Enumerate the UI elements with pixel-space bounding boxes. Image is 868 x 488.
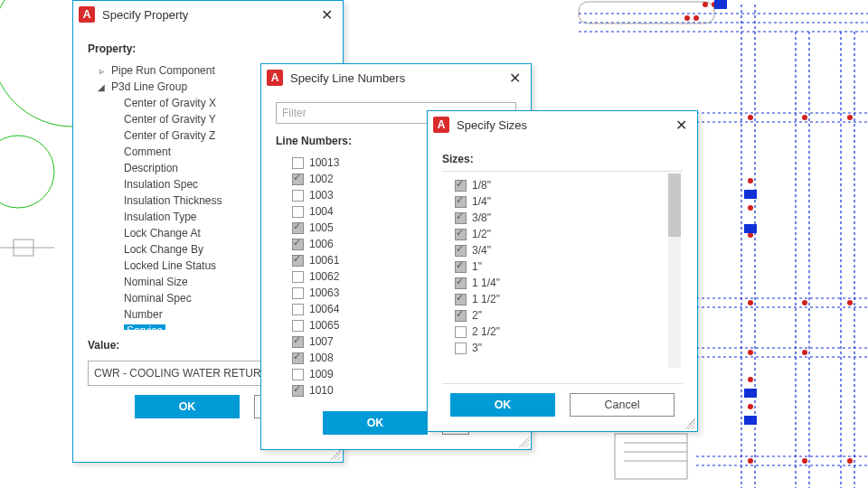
svg-point-45 (748, 404, 753, 409)
ok-button[interactable]: OK (135, 395, 240, 418)
checkbox[interactable] (455, 310, 467, 322)
list-item[interactable]: 1/2" (451, 226, 683, 242)
tree-item-label: Lock Change At (124, 227, 201, 239)
checkbox[interactable] (455, 261, 467, 273)
list-item-label: 1004 (309, 205, 334, 218)
list-item-label: 1/8" (472, 179, 491, 192)
checkbox[interactable] (292, 255, 304, 267)
list-item-label: 2" (472, 309, 482, 322)
list-item[interactable]: 1/8" (451, 177, 683, 193)
ok-button[interactable]: OK (450, 393, 555, 417)
list-item-label: 1003 (309, 189, 334, 202)
checkbox[interactable] (292, 287, 304, 299)
svg-point-31 (802, 115, 807, 120)
list-item-label: 10061 (309, 254, 339, 267)
list-item-label: 10013 (309, 156, 339, 169)
checkbox[interactable] (292, 190, 304, 202)
list-item-label: 10062 (309, 270, 339, 283)
dialog-title: Specify Sizes (457, 118, 663, 132)
list-item-label: 3/8" (472, 211, 491, 224)
list-item-label: 1" (472, 260, 482, 273)
list-item-label: 1006 (309, 238, 334, 250)
svg-point-27 (693, 15, 699, 21)
tree-item-label: Lock Change By (124, 243, 203, 256)
checkbox[interactable] (292, 369, 304, 380)
svg-point-32 (847, 115, 853, 120)
checkbox[interactable] (292, 385, 304, 397)
svg-point-1 (0, 136, 54, 208)
checkbox[interactable] (455, 294, 467, 305)
close-icon[interactable]: ✕ (670, 114, 692, 136)
titlebar[interactable]: A Specify Sizes ✕ (428, 111, 697, 138)
tree-item-label: Locked Line Status (124, 259, 216, 272)
checkbox[interactable] (292, 157, 304, 169)
svg-point-28 (703, 2, 708, 7)
ok-button[interactable]: OK (323, 411, 428, 435)
checkbox[interactable] (455, 180, 467, 192)
svg-rect-21 (579, 2, 714, 23)
checkbox[interactable] (455, 277, 467, 289)
resize-grip[interactable] (330, 449, 341, 460)
expand-icon[interactable]: ▹ (97, 66, 106, 76)
checkbox[interactable] (292, 304, 304, 315)
tree-item-label: Nominal Size (124, 276, 188, 288)
resize-grip[interactable] (684, 418, 695, 429)
checkbox[interactable] (292, 320, 304, 332)
list-item-label: 1002 (309, 173, 334, 185)
list-item-label: 1/4" (472, 195, 491, 208)
list-item[interactable]: 1" (451, 258, 683, 275)
resize-grip[interactable] (518, 436, 529, 447)
close-icon[interactable]: ✕ (504, 67, 525, 89)
checkbox[interactable] (292, 222, 304, 234)
list-item-label: 1007 (309, 335, 334, 348)
list-item-label: 1/2" (472, 228, 491, 240)
tree-item-label: Insulation Type (124, 211, 197, 223)
sizes-list[interactable]: 1/8"1/4"3/8"1/2"3/4"1"1 1/4"1 1/2"2"2 1/… (442, 172, 683, 356)
app-icon: A (267, 70, 283, 86)
checkbox[interactable] (292, 239, 304, 250)
sizes-label: Sizes: (442, 153, 683, 165)
checkbox[interactable] (292, 271, 304, 283)
list-item[interactable]: 1 1/4" (451, 275, 683, 291)
checkbox[interactable] (292, 206, 304, 218)
property-label: Property: (88, 42, 328, 55)
list-item-label: 1005 (309, 221, 334, 234)
tree-item-label: Number (124, 308, 163, 321)
specify-sizes-dialog: A Specify Sizes ✕ Sizes: 1/8"1/4"3/8"1/2… (427, 110, 698, 432)
checkbox[interactable] (455, 196, 467, 208)
app-icon: A (79, 6, 95, 23)
list-item-label: 10065 (309, 319, 339, 332)
close-icon[interactable]: ✕ (316, 4, 337, 25)
tree-item-label: Nominal Spec (124, 292, 192, 305)
list-item[interactable]: 2 1/2" (451, 324, 683, 340)
tree-item-label: Comment (124, 145, 171, 158)
checkbox[interactable] (292, 352, 304, 364)
svg-rect-48 (744, 389, 757, 398)
svg-rect-22 (615, 434, 687, 479)
list-item[interactable]: 1/4" (451, 193, 683, 210)
cancel-button[interactable]: Cancel (570, 393, 675, 417)
svg-rect-50 (714, 0, 727, 9)
list-item[interactable]: 1 1/2" (451, 291, 683, 307)
list-item[interactable]: 2" (451, 307, 683, 324)
tree-item-label: Center of Gravity X (124, 97, 216, 109)
checkbox[interactable] (455, 245, 467, 257)
checkbox[interactable] (292, 174, 304, 185)
list-item[interactable]: 3/8" (451, 210, 683, 226)
titlebar[interactable]: A Specify Line Numbers ✕ (261, 64, 531, 91)
collapse-icon[interactable]: ◢ (97, 82, 106, 92)
svg-rect-46 (744, 190, 757, 199)
list-item[interactable]: 3/4" (451, 242, 683, 258)
checkbox[interactable] (455, 229, 467, 240)
tree-item-label: Center of Gravity Z (124, 129, 215, 142)
list-item[interactable]: 3" (451, 340, 683, 356)
checkbox[interactable] (455, 212, 467, 224)
titlebar[interactable]: A Specify Property ✕ (73, 1, 343, 28)
checkbox[interactable] (455, 326, 467, 338)
svg-point-41 (748, 178, 753, 183)
checkbox[interactable] (292, 336, 304, 348)
svg-point-34 (802, 300, 807, 305)
scrollbar-thumb[interactable] (668, 174, 681, 237)
checkbox[interactable] (455, 343, 467, 354)
dialog-title: Specify Property (102, 8, 308, 22)
